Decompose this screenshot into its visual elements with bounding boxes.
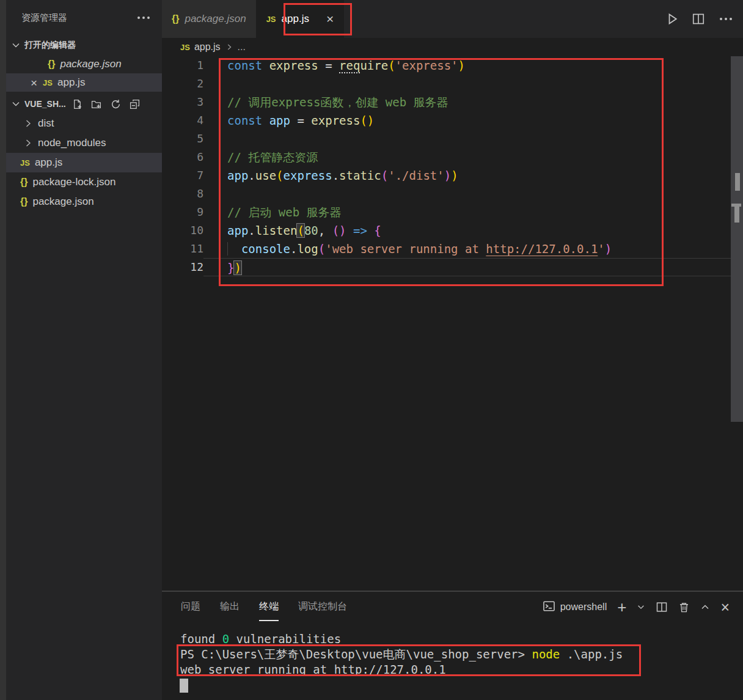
vscode-window: 资源管理器 打开的编辑器 {}package.json×JSapp.js VUE… bbox=[0, 0, 743, 700]
code-line-content[interactable]: console.log('web server running at http:… bbox=[203, 240, 731, 258]
terminal-output[interactable]: found 0 vulnerabilitiesPS C:\Users\王梦奇\D… bbox=[180, 632, 737, 677]
js-file-icon: JS bbox=[43, 78, 53, 87]
chevron-right-icon bbox=[23, 138, 33, 148]
breadcrumb-more[interactable]: ... bbox=[238, 42, 246, 53]
code-line-content[interactable]: // 调用express函数，创建 web 服务器 bbox=[203, 93, 731, 111]
tab-debug-console[interactable]: 调试控制台 bbox=[298, 600, 347, 621]
tab-label: app.js bbox=[282, 13, 309, 25]
tab-label: package.json bbox=[185, 13, 246, 25]
split-panel-icon[interactable] bbox=[656, 601, 668, 613]
chevron-right-icon bbox=[225, 43, 233, 51]
code-editor: 1const express = require('express')23// … bbox=[162, 56, 731, 276]
json-file-icon: {} bbox=[172, 13, 179, 24]
line-number: 9 bbox=[162, 203, 203, 221]
code-line-content[interactable]: }) bbox=[203, 258, 731, 276]
editor-scrollbar[interactable] bbox=[731, 56, 743, 591]
code-line: 6// 托管静态资源 bbox=[162, 148, 731, 166]
breadcrumb[interactable]: JS app.js ... bbox=[162, 38, 743, 56]
code-line-content[interactable]: app.use(express.static('./dist')) bbox=[203, 166, 731, 185]
tab-problems[interactable]: 问题 bbox=[181, 600, 200, 621]
open-editor-item[interactable]: ×JSapp.js bbox=[6, 73, 162, 92]
tree-item-label: package-lock.json bbox=[32, 176, 115, 188]
code-line-content[interactable]: app.listen(80, () => { bbox=[203, 221, 731, 240]
tree-item-label: dist bbox=[38, 117, 54, 130]
code-line: 5 bbox=[162, 130, 731, 148]
shell-selector[interactable]: powershell bbox=[543, 600, 607, 615]
code-line: 12}) bbox=[162, 258, 731, 276]
chevron-right-icon bbox=[23, 119, 33, 128]
line-number: 10 bbox=[162, 221, 203, 240]
line-number: 2 bbox=[162, 75, 203, 93]
collapse-all-icon[interactable] bbox=[130, 99, 140, 109]
panel-tabs: 问题 输出 终端 调试控制台 bbox=[181, 600, 347, 621]
code-line: 3// 调用express函数，创建 web 服务器 bbox=[162, 93, 731, 111]
more-actions-icon[interactable] bbox=[135, 14, 152, 21]
code-line-content[interactable]: // 启动 web 服务器 bbox=[203, 203, 731, 221]
maximize-panel-icon[interactable] bbox=[700, 602, 710, 612]
code-line-content[interactable] bbox=[203, 185, 731, 203]
close-panel-icon[interactable]: × bbox=[720, 600, 730, 615]
tab-app-js[interactable]: JS app.js × bbox=[257, 0, 345, 38]
refresh-icon[interactable] bbox=[111, 99, 121, 109]
file-tree: distnode_modulesJSapp.js{}package-lock.j… bbox=[6, 114, 162, 212]
terminal-line: found 0 vulnerabilities bbox=[180, 632, 737, 647]
code-line: 2 bbox=[162, 75, 731, 93]
editor-group: {} package.json JS app.js × JS app.js ..… bbox=[162, 0, 743, 591]
terminal-line: web server running at http://127.0.0.1 bbox=[180, 662, 737, 677]
kill-terminal-trash-icon[interactable] bbox=[678, 602, 690, 613]
tree-item-label: app.js bbox=[35, 157, 62, 169]
scrollbar-slider[interactable] bbox=[731, 56, 743, 422]
open-editor-item[interactable]: {}package.json bbox=[6, 55, 162, 73]
new-terminal-icon[interactable]: + bbox=[617, 599, 626, 615]
tab-package-json[interactable]: {} package.json bbox=[162, 0, 257, 38]
js-file-icon: JS bbox=[180, 43, 190, 52]
more-actions-icon[interactable] bbox=[717, 15, 734, 23]
tree-item[interactable]: dist bbox=[6, 114, 162, 133]
tab-output[interactable]: 输出 bbox=[220, 600, 240, 621]
tab-terminal[interactable]: 终端 bbox=[259, 600, 279, 621]
tree-item[interactable]: {}package.json bbox=[6, 192, 162, 212]
code-line-content[interactable] bbox=[203, 75, 731, 93]
open-editors-list: {}package.json×JSapp.js bbox=[6, 55, 162, 92]
line-number: 5 bbox=[162, 130, 203, 148]
new-file-icon[interactable] bbox=[72, 99, 82, 109]
line-number: 8 bbox=[162, 185, 203, 203]
line-number: 1 bbox=[162, 56, 203, 75]
overview-ruler-mark bbox=[734, 207, 739, 223]
tree-item[interactable]: JSapp.js bbox=[6, 153, 162, 172]
code-line: 9// 启动 web 服务器 bbox=[162, 203, 731, 221]
code-line-content[interactable] bbox=[203, 130, 731, 148]
code-line-content[interactable]: const express = require('express') bbox=[203, 56, 731, 75]
code-line: 4const app = express() bbox=[162, 111, 731, 130]
new-folder-icon[interactable] bbox=[91, 99, 102, 109]
line-number: 11 bbox=[162, 240, 203, 258]
code-line: 1const express = require('express') bbox=[162, 56, 731, 75]
run-icon[interactable] bbox=[665, 12, 679, 26]
code-line-content[interactable]: // 托管静态资源 bbox=[203, 148, 731, 166]
line-number: 4 bbox=[162, 111, 203, 130]
close-icon[interactable]: × bbox=[31, 77, 37, 89]
chevron-down-icon bbox=[11, 40, 21, 50]
overview-ruler-mark bbox=[735, 173, 740, 191]
open-editors-label: 打开的编辑器 bbox=[24, 40, 76, 51]
terminal-icon bbox=[543, 600, 555, 615]
split-editor-icon[interactable] bbox=[692, 12, 705, 26]
explorer-header: 资源管理器 bbox=[6, 0, 162, 35]
close-icon[interactable]: × bbox=[326, 12, 334, 26]
breadcrumb-file[interactable]: app.js bbox=[194, 42, 221, 53]
shell-label: powershell bbox=[560, 602, 607, 613]
explorer-title: 资源管理器 bbox=[21, 12, 135, 24]
editor-actions bbox=[665, 0, 734, 38]
folder-section-header[interactable]: VUE_SH... bbox=[6, 94, 162, 114]
chevron-down-icon[interactable] bbox=[637, 603, 645, 611]
tree-item[interactable]: {}package-lock.json bbox=[6, 172, 162, 192]
panel-actions: powershell + × bbox=[543, 599, 730, 615]
open-editors-section-header[interactable]: 打开的编辑器 bbox=[6, 35, 162, 55]
tree-item[interactable]: node_modules bbox=[6, 133, 162, 153]
explorer-sidebar: 资源管理器 打开的编辑器 {}package.json×JSapp.js VUE… bbox=[6, 0, 162, 700]
code-line-content[interactable]: const app = express() bbox=[203, 111, 731, 130]
json-file-icon: {} bbox=[20, 177, 27, 188]
tree-item-label: package.json bbox=[32, 196, 93, 208]
chevron-down-icon bbox=[11, 99, 21, 109]
terminal-cursor bbox=[180, 679, 188, 693]
